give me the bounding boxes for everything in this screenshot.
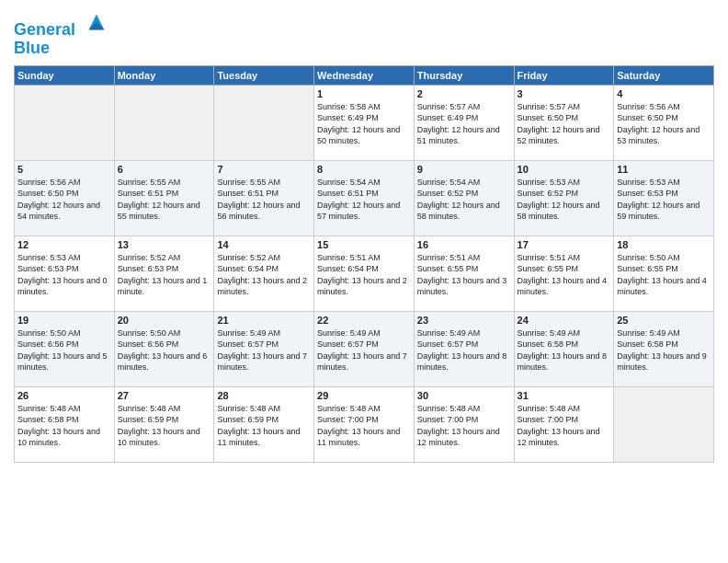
calendar-cell: 12Sunrise: 5:53 AMSunset: 6:53 PMDayligh…	[15, 236, 115, 311]
calendar-week-row: 12Sunrise: 5:53 AMSunset: 6:53 PMDayligh…	[15, 236, 714, 311]
day-number: 19	[17, 315, 111, 326]
calendar-cell: 3Sunrise: 5:57 AMSunset: 6:50 PMDaylight…	[514, 85, 614, 160]
day-number: 29	[317, 390, 411, 401]
calendar-cell: 22Sunrise: 5:49 AMSunset: 6:57 PMDayligh…	[314, 311, 415, 386]
day-info: Sunrise: 5:49 AMSunset: 6:57 PMDaylight:…	[217, 327, 311, 373]
calendar-cell: 9Sunrise: 5:54 AMSunset: 6:52 PMDaylight…	[414, 160, 514, 236]
calendar-cell: 24Sunrise: 5:49 AMSunset: 6:58 PMDayligh…	[514, 311, 614, 386]
day-number: 14	[217, 239, 311, 250]
calendar-cell: 15Sunrise: 5:51 AMSunset: 6:54 PMDayligh…	[314, 236, 415, 311]
weekday-header: Saturday	[614, 65, 714, 85]
weekday-header: Wednesday	[314, 65, 415, 85]
day-number: 16	[417, 239, 511, 250]
calendar-cell: 18Sunrise: 5:50 AMSunset: 6:55 PMDayligh…	[614, 236, 714, 311]
day-number: 2	[417, 88, 511, 99]
day-number: 20	[118, 315, 211, 326]
calendar-cell	[15, 85, 115, 160]
day-number: 30	[417, 390, 511, 401]
day-info: Sunrise: 5:50 AMSunset: 6:56 PMDaylight:…	[118, 327, 211, 373]
day-info: Sunrise: 5:48 AMSunset: 7:00 PMDaylight:…	[518, 403, 611, 449]
calendar-cell: 29Sunrise: 5:48 AMSunset: 7:00 PMDayligh…	[314, 386, 415, 462]
day-number: 7	[217, 164, 311, 175]
calendar-week-row: 19Sunrise: 5:50 AMSunset: 6:56 PMDayligh…	[15, 311, 714, 386]
calendar-cell: 27Sunrise: 5:48 AMSunset: 6:59 PMDayligh…	[114, 386, 214, 462]
page-container: General Blue SundayMondayTuesdayWednesda…	[0, 0, 728, 472]
day-info: Sunrise: 5:53 AMSunset: 6:53 PMDaylight:…	[617, 177, 711, 223]
calendar-cell: 20Sunrise: 5:50 AMSunset: 6:56 PMDayligh…	[114, 311, 214, 386]
header-row: SundayMondayTuesdayWednesdayThursdayFrid…	[15, 65, 714, 85]
calendar-cell	[614, 386, 714, 462]
day-info: Sunrise: 5:53 AMSunset: 6:53 PMDaylight:…	[17, 252, 111, 298]
day-info: Sunrise: 5:54 AMSunset: 6:51 PMDaylight:…	[317, 177, 411, 223]
day-number: 8	[317, 164, 411, 175]
calendar-cell: 17Sunrise: 5:51 AMSunset: 6:55 PMDayligh…	[514, 236, 614, 311]
day-number: 17	[518, 239, 611, 250]
calendar-cell: 16Sunrise: 5:51 AMSunset: 6:55 PMDayligh…	[414, 236, 514, 311]
calendar-cell	[214, 85, 314, 160]
day-info: Sunrise: 5:54 AMSunset: 6:52 PMDaylight:…	[417, 177, 511, 223]
day-info: Sunrise: 5:51 AMSunset: 6:55 PMDaylight:…	[417, 252, 511, 298]
day-number: 22	[317, 315, 411, 326]
calendar-cell: 26Sunrise: 5:48 AMSunset: 6:58 PMDayligh…	[15, 386, 115, 462]
day-info: Sunrise: 5:56 AMSunset: 6:50 PMDaylight:…	[617, 101, 711, 147]
day-number: 21	[217, 315, 311, 326]
calendar-cell: 7Sunrise: 5:55 AMSunset: 6:51 PMDaylight…	[214, 160, 314, 236]
day-number: 9	[417, 164, 511, 175]
day-info: Sunrise: 5:50 AMSunset: 6:56 PMDaylight:…	[17, 327, 111, 373]
day-info: Sunrise: 5:49 AMSunset: 6:57 PMDaylight:…	[417, 327, 511, 373]
weekday-header: Thursday	[414, 65, 514, 85]
weekday-header: Friday	[514, 65, 614, 85]
logo-general: General	[14, 20, 75, 39]
day-info: Sunrise: 5:48 AMSunset: 7:00 PMDaylight:…	[417, 403, 511, 449]
day-number: 25	[617, 315, 711, 326]
logo-icon	[84, 9, 109, 35]
day-number: 24	[518, 315, 611, 326]
day-number: 5	[17, 164, 111, 175]
calendar-cell: 13Sunrise: 5:52 AMSunset: 6:53 PMDayligh…	[114, 236, 214, 311]
day-number: 1	[317, 88, 411, 99]
day-number: 11	[617, 164, 711, 175]
logo-blue: Blue	[14, 40, 109, 58]
day-number: 23	[417, 315, 511, 326]
day-number: 13	[118, 239, 211, 250]
calendar-cell: 31Sunrise: 5:48 AMSunset: 7:00 PMDayligh…	[514, 386, 614, 462]
weekday-header: Monday	[114, 65, 214, 85]
day-info: Sunrise: 5:57 AMSunset: 6:49 PMDaylight:…	[417, 101, 511, 147]
day-number: 28	[217, 390, 311, 401]
day-number: 3	[518, 88, 611, 99]
calendar-cell: 30Sunrise: 5:48 AMSunset: 7:00 PMDayligh…	[414, 386, 514, 462]
calendar-cell: 14Sunrise: 5:52 AMSunset: 6:54 PMDayligh…	[214, 236, 314, 311]
page-header: General Blue	[14, 9, 714, 58]
day-info: Sunrise: 5:48 AMSunset: 6:59 PMDaylight:…	[118, 403, 211, 449]
day-number: 4	[617, 88, 711, 99]
calendar-cell: 28Sunrise: 5:48 AMSunset: 6:59 PMDayligh…	[214, 386, 314, 462]
day-info: Sunrise: 5:58 AMSunset: 6:49 PMDaylight:…	[317, 101, 411, 147]
calendar-table: SundayMondayTuesdayWednesdayThursdayFrid…	[14, 65, 714, 463]
calendar-cell: 6Sunrise: 5:55 AMSunset: 6:51 PMDaylight…	[114, 160, 214, 236]
day-number: 18	[617, 239, 711, 250]
calendar-cell: 1Sunrise: 5:58 AMSunset: 6:49 PMDaylight…	[314, 85, 415, 160]
day-info: Sunrise: 5:52 AMSunset: 6:53 PMDaylight:…	[118, 252, 211, 298]
day-info: Sunrise: 5:48 AMSunset: 6:58 PMDaylight:…	[17, 403, 111, 449]
day-info: Sunrise: 5:49 AMSunset: 6:57 PMDaylight:…	[317, 327, 411, 373]
day-number: 6	[118, 164, 211, 175]
day-info: Sunrise: 5:55 AMSunset: 6:51 PMDaylight:…	[118, 177, 211, 223]
day-info: Sunrise: 5:48 AMSunset: 6:59 PMDaylight:…	[217, 403, 311, 449]
day-info: Sunrise: 5:49 AMSunset: 6:58 PMDaylight:…	[617, 327, 711, 373]
day-info: Sunrise: 5:51 AMSunset: 6:55 PMDaylight:…	[518, 252, 611, 298]
day-number: 27	[118, 390, 211, 401]
calendar-cell: 23Sunrise: 5:49 AMSunset: 6:57 PMDayligh…	[414, 311, 514, 386]
calendar-week-row: 1Sunrise: 5:58 AMSunset: 6:49 PMDaylight…	[15, 85, 714, 160]
day-number: 15	[317, 239, 411, 250]
day-info: Sunrise: 5:49 AMSunset: 6:58 PMDaylight:…	[518, 327, 611, 373]
calendar-cell: 5Sunrise: 5:56 AMSunset: 6:50 PMDaylight…	[15, 160, 115, 236]
logo-text: General	[14, 9, 109, 40]
calendar-cell: 11Sunrise: 5:53 AMSunset: 6:53 PMDayligh…	[614, 160, 714, 236]
day-info: Sunrise: 5:50 AMSunset: 6:55 PMDaylight:…	[617, 252, 711, 298]
calendar-cell: 8Sunrise: 5:54 AMSunset: 6:51 PMDaylight…	[314, 160, 415, 236]
day-number: 10	[518, 164, 611, 175]
calendar-cell: 25Sunrise: 5:49 AMSunset: 6:58 PMDayligh…	[614, 311, 714, 386]
weekday-header: Tuesday	[214, 65, 314, 85]
calendar-week-row: 26Sunrise: 5:48 AMSunset: 6:58 PMDayligh…	[15, 386, 714, 462]
day-number: 12	[17, 239, 111, 250]
